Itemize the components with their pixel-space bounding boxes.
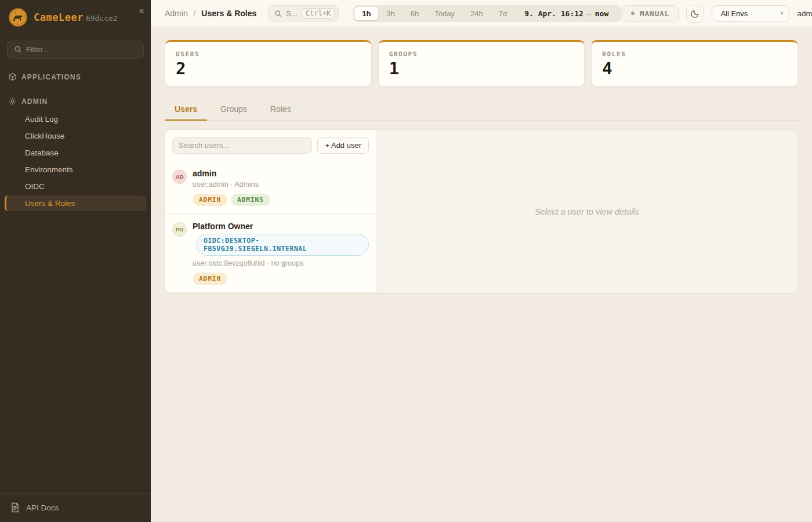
refresh-mode-label: MANUAL — [640, 9, 669, 18]
app-name: CameLeer — [34, 12, 84, 23]
user-detail-panel: Select a user to view details — [376, 130, 798, 293]
time-range-6h[interactable]: 6h — [403, 7, 426, 20]
moon-icon — [691, 9, 699, 18]
empty-state-hint: Select a user to view details — [535, 207, 639, 216]
user-subtitle: user:admin · Admins — [193, 180, 270, 188]
sidebar-footer-api-docs[interactable]: API Docs — [0, 493, 151, 522]
sidebar-item-users-roles[interactable]: Users & Roles — [5, 195, 146, 211]
time-separator: – — [583, 9, 595, 18]
environment-select-value: All Envs — [720, 9, 748, 18]
add-user-button[interactable]: + Add user — [317, 137, 369, 154]
breadcrumb-separator: / — [194, 9, 196, 18]
nav-divider — [6, 89, 145, 89]
sidebar-nav: APPLICATIONS ADMIN Audit Log ClickHouse … — [0, 67, 151, 493]
sidebar-item-audit-log[interactable]: Audit Log — [5, 111, 146, 127]
sidebar-item-database[interactable]: Database — [5, 145, 146, 161]
user-info: Platform Owner OIDC:DESKTOP-FB5VGJ9.SIEG… — [193, 222, 369, 285]
stat-card-users: USERS 2 — [165, 40, 372, 87]
sidebar-section-applications[interactable]: APPLICATIONS — [5, 68, 146, 86]
user-list-column: + Add user AD admin user:admin · Admins … — [165, 130, 376, 293]
user-search-input[interactable] — [172, 137, 312, 154]
users-panel: + Add user AD admin user:admin · Admins … — [165, 129, 798, 293]
app-version: 69dcce2 — [86, 14, 118, 23]
role-badge-admin: ADMIN — [193, 194, 227, 206]
time-from: 9. Apr. 16:12 — [524, 9, 583, 18]
stat-card-roles: ROLES 4 — [591, 40, 798, 87]
main-area: Admin / Users & Roles S... Ctrl+K 1h 3h … — [151, 0, 812, 522]
cube-icon — [8, 72, 17, 81]
time-to: now — [595, 9, 615, 18]
section-label: APPLICATIONS — [21, 73, 81, 81]
group-badge-admins: ADMINS — [231, 194, 270, 206]
global-search-button[interactable]: S... Ctrl+K — [268, 5, 339, 21]
user-row-admin[interactable]: AD admin user:admin · Admins ADMIN ADMIN… — [165, 161, 376, 214]
breadcrumb: Admin / Users & Roles — [165, 9, 256, 18]
oidc-provider-badge: OIDC:DESKTOP-FB5VGJ9.SIEGELN.INTERNAL — [196, 234, 369, 256]
user-info: admin user:admin · Admins ADMIN ADMINS — [193, 169, 270, 206]
badge-row: ADMIN ADMINS — [193, 194, 270, 206]
time-range-7d[interactable]: 7d — [491, 7, 514, 20]
badge-row: ADMIN — [193, 273, 369, 285]
breadcrumb-current: Users & Roles — [201, 9, 256, 18]
role-badge-admin: ADMIN — [193, 273, 227, 285]
tab-groups[interactable]: Groups — [211, 99, 257, 121]
sidebar-collapse-icon[interactable]: « — [139, 6, 144, 14]
sidebar-section-admin[interactable]: ADMIN — [5, 92, 146, 110]
tab-roles[interactable]: Roles — [260, 99, 301, 121]
time-range-current[interactable]: 9. Apr. 16:12–now — [515, 9, 620, 18]
time-range-group: 1h 3h 6h Today 24h 7d 9. Apr. 16:12–now — [353, 5, 622, 22]
app-title: CameLeer69dcce2 — [34, 12, 118, 23]
search-shortcut-kbd: Ctrl+K — [302, 8, 335, 19]
sidebar-item-environments[interactable]: Environments — [5, 162, 146, 177]
global-search-placeholder: S... — [286, 9, 298, 18]
time-range-24h[interactable]: 24h — [463, 7, 491, 20]
sidebar-item-clickhouse[interactable]: ClickHouse — [5, 128, 146, 144]
tab-users[interactable]: Users — [165, 99, 207, 121]
refresh-mode-badge[interactable]: MANUAL — [622, 5, 679, 22]
sidebar-filter — [0, 35, 151, 67]
chevron-down-icon: ▾ — [781, 10, 784, 16]
status-dot-icon — [631, 12, 635, 15]
stat-value: 2 — [176, 60, 361, 77]
avatar: PO — [172, 222, 187, 237]
avatar: AD — [172, 169, 187, 184]
theme-toggle-button[interactable] — [686, 5, 704, 23]
user-name: Platform Owner — [193, 222, 369, 231]
topbar-right: MANUAL All Envs ▾ admin AD — [622, 5, 812, 23]
camel-logo-icon — [8, 8, 28, 27]
gear-icon — [8, 97, 17, 106]
user-row-platform-owner[interactable]: PO Platform Owner OIDC:DESKTOP-FB5VGJ9.S… — [165, 214, 376, 293]
page-content: USERS 2 GROUPS 1 ROLES 4 Users Groups Ro… — [151, 27, 812, 522]
stat-card-groups: GROUPS 1 — [378, 40, 585, 87]
current-user-name: admin — [797, 9, 812, 18]
sidebar-item-oidc[interactable]: OIDC — [5, 179, 146, 194]
sidebar-header: CameLeer69dcce2 « — [0, 0, 151, 35]
search-icon — [274, 10, 282, 17]
tab-bar: Users Groups Roles — [165, 99, 798, 121]
breadcrumb-admin[interactable]: Admin — [165, 9, 188, 18]
stat-label: USERS — [176, 50, 361, 58]
topbar: Admin / Users & Roles S... Ctrl+K 1h 3h … — [151, 0, 812, 27]
user-subtitle: user:oidc:8evzqofluhld · no groups — [193, 259, 369, 267]
stat-label: ROLES — [602, 50, 787, 58]
stat-value: 4 — [602, 60, 787, 77]
time-range-1h[interactable]: 1h — [354, 7, 378, 20]
sidebar: CameLeer69dcce2 « APPLICATIONS ADMIN Aud… — [0, 0, 151, 522]
stat-label: GROUPS — [389, 50, 574, 58]
sidebar-filter-input[interactable] — [7, 41, 144, 59]
api-docs-label: API Docs — [26, 503, 59, 512]
search-icon — [14, 45, 22, 53]
stats-row: USERS 2 GROUPS 1 ROLES 4 — [165, 40, 798, 87]
time-range-today[interactable]: Today — [427, 7, 462, 20]
user-list-toolbar: + Add user — [165, 130, 376, 161]
stat-value: 1 — [389, 60, 574, 77]
time-range-3h[interactable]: 3h — [379, 7, 402, 20]
user-name: admin — [193, 169, 270, 178]
environment-select[interactable]: All Envs ▾ — [712, 5, 789, 22]
document-icon — [10, 502, 20, 513]
section-label: ADMIN — [21, 97, 48, 106]
